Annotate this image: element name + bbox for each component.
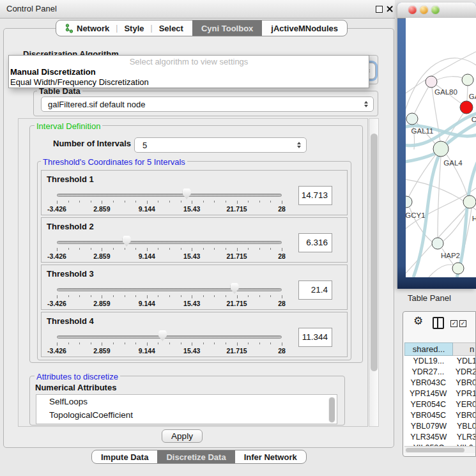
minimize-traffic-light-icon[interactable]: [420, 6, 428, 14]
tick-mark: [91, 248, 91, 250]
table-header-row: shared... n: [404, 342, 476, 356]
threshold-value-field[interactable]: 11.344: [298, 328, 332, 347]
scrollbar-thumb[interactable]: [329, 397, 335, 422]
table-panel-container: ⚙ ✓ ✓ shared... n YDL19...YDL1YDR27...YD…: [403, 311, 476, 457]
list-item[interactable]: SelfLoops: [36, 395, 337, 408]
tick-mark: [158, 295, 158, 297]
node-label: GA: [469, 93, 476, 100]
list-scrollbar[interactable]: [328, 397, 335, 423]
dropdown-option[interactable]: Equal Width/Frequency Discretization: [9, 77, 369, 88]
close-traffic-light-icon[interactable]: [408, 6, 417, 14]
tick-mark: [113, 342, 114, 344]
tick-mark: [102, 295, 102, 298]
tick-mark: [270, 295, 271, 297]
cell-shared-name: YBL079W: [404, 421, 453, 432]
zoom-traffic-light-icon[interactable]: [431, 6, 440, 14]
slider-track[interactable]: [57, 288, 282, 291]
table-rows: YDL19...YDL1YDR27...YDR2YBR043CYBR0YPR14…: [404, 356, 476, 446]
table-data-value: galFiltered.sif default node: [42, 100, 364, 109]
intervals-value: 5: [135, 141, 297, 150]
table-row[interactable]: YER054CYER0: [404, 399, 476, 410]
threshold-value-field[interactable]: 14.713: [298, 186, 332, 205]
network-node[interactable]: [452, 263, 464, 274]
tab-jactivemnodules[interactable]: jActiveMNodules: [262, 20, 347, 36]
thresholds-group-title: Threshold's Coordinates for 5 Intervals: [41, 157, 187, 167]
tick-label: 28: [278, 252, 286, 260]
network-window-titlebar[interactable]: [397, 3, 476, 19]
table-row[interactable]: YPR145WYPR1: [404, 388, 476, 399]
tick-mark: [135, 342, 136, 344]
column-header-name[interactable]: n: [453, 342, 476, 356]
tab-cyni-toolbox[interactable]: Cyni Toolbox: [192, 20, 262, 36]
tab-network[interactable]: Network: [56, 20, 118, 36]
slider-track[interactable]: [57, 241, 282, 244]
slider-thumb[interactable]: [183, 188, 191, 199]
float-panel-icon[interactable]: [376, 6, 383, 13]
tab-label: jActiveMNodules: [271, 24, 338, 33]
tick-mark: [57, 201, 58, 204]
table-data-combobox[interactable]: galFiltered.sif default node: [41, 96, 374, 112]
threshold-value-field[interactable]: 6.316: [298, 233, 332, 252]
list-item[interactable]: BetweennessCentrality: [36, 422, 337, 424]
cell-name: YDL1: [453, 356, 476, 367]
network-node-gal4[interactable]: [433, 141, 449, 157]
tab-label: Network: [77, 24, 109, 33]
network-node-c[interactable]: [460, 101, 473, 114]
network-node-hap2[interactable]: [432, 238, 443, 249]
network-node-gcy1[interactable]: [406, 196, 412, 208]
table-row[interactable]: YBL079WYBL0: [404, 421, 476, 432]
list-item[interactable]: TopologicalCoefficient: [36, 408, 337, 422]
tick-mark: [259, 295, 260, 297]
tick-mark: [248, 342, 249, 344]
tick-mark: [113, 201, 114, 203]
tick-mark: [91, 295, 91, 297]
interval-definition-title: Interval Definition: [35, 121, 102, 131]
tab-infer-network[interactable]: Infer Network: [235, 450, 306, 463]
horizontal-scrollbar[interactable]: [404, 446, 476, 453]
table-row[interactable]: YBR043CYBR0: [404, 378, 476, 388]
checkbox-icon[interactable]: ✓: [450, 320, 457, 327]
threshold-label: Threshold 2: [47, 222, 94, 231]
table-row[interactable]: YLR345WYLR3: [404, 432, 476, 443]
tick-mark: [282, 248, 282, 251]
dropdown-option[interactable]: Manual Discretization: [9, 67, 369, 77]
node-label: C: [472, 116, 476, 123]
threshold-value-field[interactable]: 21.4: [298, 280, 332, 300]
number-of-intervals-spinner[interactable]: 5: [134, 137, 307, 153]
table-row[interactable]: YBR045CYBR0: [404, 410, 476, 421]
cell-shared-name: YBR045C: [404, 410, 452, 421]
slider-thumb[interactable]: [123, 236, 131, 247]
slider-track[interactable]: [57, 194, 282, 197]
gear-icon[interactable]: ⚙: [413, 316, 423, 326]
vertical-scrollbar[interactable]: [369, 118, 379, 427]
tab-impute-data[interactable]: Impute Data: [92, 450, 157, 463]
close-icon[interactable]: [386, 5, 394, 13]
apply-button[interactable]: Apply: [162, 429, 203, 443]
threshold-label: Threshold 3: [47, 269, 94, 279]
network-node-h[interactable]: [463, 196, 476, 208]
tick-mark: [192, 295, 192, 298]
network-node-gal11[interactable]: [406, 113, 418, 125]
table-row[interactable]: YDR27...YDR2: [404, 367, 476, 378]
split-columns-icon[interactable]: [433, 317, 444, 329]
scrollbar-thumb[interactable]: [371, 134, 378, 371]
tick-label: 21.715: [227, 205, 247, 213]
slider-thumb[interactable]: [158, 330, 167, 341]
column-header-shared-name[interactable]: shared...: [404, 342, 453, 356]
numerical-attributes-list[interactable]: SelfLoopsTopologicalCoefficientBetweenne…: [36, 394, 337, 424]
slider-track[interactable]: [57, 335, 282, 339]
table-row[interactable]: YDL19...YDL1: [404, 356, 476, 367]
network-view[interactable]: GAL80GACGAL11GAL4GCY1HHAP2: [406, 18, 476, 277]
slider-thumb[interactable]: [231, 283, 239, 294]
tick-label: 15.43: [183, 347, 200, 355]
network-node-gal80[interactable]: [426, 76, 437, 88]
network-node-ga[interactable]: [462, 74, 473, 86]
tick-mark: [57, 295, 58, 298]
tab-select[interactable]: Select: [150, 20, 192, 36]
tab-discretize-data[interactable]: Discretize Data: [157, 450, 234, 463]
scrollbar-thumb[interactable]: [406, 448, 464, 452]
tab-style[interactable]: Style: [115, 20, 153, 36]
tick-mark: [169, 248, 170, 250]
checkbox-icon[interactable]: ✓: [459, 320, 466, 327]
tick-mark: [57, 248, 58, 251]
